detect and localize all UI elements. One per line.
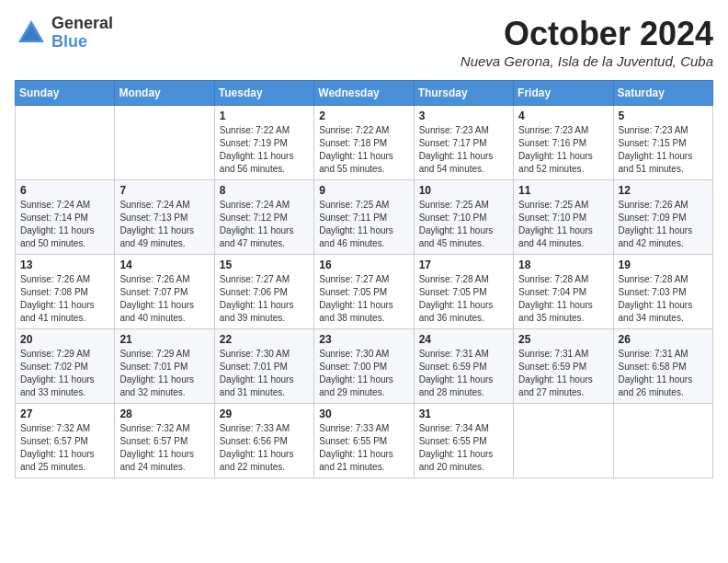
calendar-cell: 13Sunrise: 7:26 AM Sunset: 7:08 PM Dayli… [16, 255, 115, 329]
calendar-cell: 2Sunrise: 7:22 AM Sunset: 7:18 PM Daylig… [314, 106, 414, 180]
day-number: 11 [518, 184, 608, 197]
calendar-cell: 16Sunrise: 7:27 AM Sunset: 7:05 PM Dayli… [314, 255, 414, 329]
day-info: Sunrise: 7:23 AM Sunset: 7:15 PM Dayligh… [619, 124, 708, 176]
title-block: October 2024 Nueva Gerona, Isla de la Ju… [461, 15, 713, 69]
logo: General Blue [15, 15, 113, 52]
calendar-cell: 25Sunrise: 7:31 AM Sunset: 6:59 PM Dayli… [514, 329, 613, 404]
calendar-week-row: 27Sunrise: 7:32 AM Sunset: 6:57 PM Dayli… [16, 404, 713, 478]
day-info: Sunrise: 7:23 AM Sunset: 7:17 PM Dayligh… [419, 124, 508, 176]
day-info: Sunrise: 7:24 AM Sunset: 7:12 PM Dayligh… [220, 199, 309, 250]
calendar-cell: 9Sunrise: 7:25 AM Sunset: 7:11 PM Daylig… [314, 180, 414, 255]
day-info: Sunrise: 7:33 AM Sunset: 6:55 PM Dayligh… [319, 422, 408, 474]
calendar-cell: 29Sunrise: 7:33 AM Sunset: 6:56 PM Dayli… [214, 404, 313, 478]
day-info: Sunrise: 7:31 AM Sunset: 6:59 PM Dayligh… [518, 348, 608, 399]
calendar-cell: 27Sunrise: 7:32 AM Sunset: 6:57 PM Dayli… [16, 404, 115, 478]
day-number: 12 [619, 184, 708, 197]
calendar-cell: 5Sunrise: 7:23 AM Sunset: 7:15 PM Daylig… [613, 106, 712, 180]
day-number: 22 [220, 333, 309, 346]
day-number: 10 [419, 184, 508, 197]
day-info: Sunrise: 7:28 AM Sunset: 7:03 PM Dayligh… [619, 273, 708, 325]
day-number: 4 [518, 109, 608, 122]
day-number: 2 [319, 109, 408, 122]
calendar-cell: 19Sunrise: 7:28 AM Sunset: 7:03 PM Dayli… [613, 255, 712, 329]
day-number: 18 [518, 259, 608, 271]
calendar-cell: 20Sunrise: 7:29 AM Sunset: 7:02 PM Dayli… [16, 329, 115, 404]
day-number: 1 [220, 109, 309, 122]
day-number: 17 [419, 259, 508, 271]
day-info: Sunrise: 7:25 AM Sunset: 7:10 PM Dayligh… [518, 199, 608, 250]
day-number: 24 [419, 333, 508, 346]
calendar-week-row: 20Sunrise: 7:29 AM Sunset: 7:02 PM Dayli… [16, 329, 713, 404]
calendar-cell: 21Sunrise: 7:29 AM Sunset: 7:01 PM Dayli… [115, 329, 214, 404]
calendar-cell: 24Sunrise: 7:31 AM Sunset: 6:59 PM Dayli… [414, 329, 513, 404]
calendar-cell: 7Sunrise: 7:24 AM Sunset: 7:13 PM Daylig… [115, 180, 214, 255]
month-title: October 2024 [461, 15, 713, 53]
weekday-header: Tuesday [214, 81, 313, 106]
logo-blue-label: Blue [51, 33, 113, 52]
day-info: Sunrise: 7:25 AM Sunset: 7:10 PM Dayligh… [419, 199, 508, 250]
calendar-week-row: 6Sunrise: 7:24 AM Sunset: 7:14 PM Daylig… [16, 180, 713, 255]
day-info: Sunrise: 7:29 AM Sunset: 7:01 PM Dayligh… [119, 348, 209, 399]
calendar-cell: 1Sunrise: 7:22 AM Sunset: 7:19 PM Daylig… [214, 106, 313, 180]
calendar-cell: 8Sunrise: 7:24 AM Sunset: 7:12 PM Daylig… [214, 180, 313, 255]
logo-general-label: General [51, 15, 113, 33]
calendar-cell: 10Sunrise: 7:25 AM Sunset: 7:10 PM Dayli… [414, 180, 513, 255]
day-number: 23 [319, 333, 408, 346]
calendar-cell: 18Sunrise: 7:28 AM Sunset: 7:04 PM Dayli… [514, 255, 613, 329]
day-number: 20 [20, 333, 109, 346]
logo-icon [15, 17, 48, 50]
day-info: Sunrise: 7:34 AM Sunset: 6:55 PM Dayligh… [419, 422, 508, 474]
weekday-header: Thursday [414, 81, 513, 106]
day-info: Sunrise: 7:26 AM Sunset: 7:09 PM Dayligh… [619, 199, 708, 250]
day-number: 26 [619, 333, 708, 346]
day-number: 9 [319, 184, 408, 197]
day-number: 13 [20, 259, 109, 271]
calendar-cell [613, 404, 712, 478]
day-number: 16 [319, 259, 408, 271]
day-info: Sunrise: 7:32 AM Sunset: 6:57 PM Dayligh… [20, 422, 109, 474]
day-info: Sunrise: 7:22 AM Sunset: 7:19 PM Dayligh… [220, 124, 309, 176]
day-number: 21 [119, 333, 209, 346]
day-info: Sunrise: 7:26 AM Sunset: 7:08 PM Dayligh… [20, 273, 109, 325]
logo-text: General Blue [51, 15, 113, 52]
day-info: Sunrise: 7:23 AM Sunset: 7:16 PM Dayligh… [518, 124, 608, 176]
calendar-cell: 12Sunrise: 7:26 AM Sunset: 7:09 PM Dayli… [613, 180, 712, 255]
day-number: 19 [619, 259, 708, 271]
day-info: Sunrise: 7:31 AM Sunset: 6:58 PM Dayligh… [619, 348, 708, 399]
calendar-cell [514, 404, 613, 478]
day-number: 14 [119, 259, 209, 271]
weekday-header: Sunday [16, 81, 115, 106]
day-info: Sunrise: 7:26 AM Sunset: 7:07 PM Dayligh… [119, 273, 209, 325]
calendar-cell: 26Sunrise: 7:31 AM Sunset: 6:58 PM Dayli… [613, 329, 712, 404]
day-info: Sunrise: 7:24 AM Sunset: 7:14 PM Dayligh… [20, 199, 109, 250]
calendar-week-row: 13Sunrise: 7:26 AM Sunset: 7:08 PM Dayli… [16, 255, 713, 329]
day-number: 25 [518, 333, 608, 346]
calendar-cell: 23Sunrise: 7:30 AM Sunset: 7:00 PM Dayli… [314, 329, 414, 404]
day-info: Sunrise: 7:28 AM Sunset: 7:05 PM Dayligh… [419, 273, 508, 325]
calendar-cell [16, 106, 115, 180]
day-info: Sunrise: 7:24 AM Sunset: 7:13 PM Dayligh… [119, 199, 209, 250]
calendar-cell: 3Sunrise: 7:23 AM Sunset: 7:17 PM Daylig… [414, 106, 513, 180]
day-number: 6 [20, 184, 109, 197]
calendar-cell: 17Sunrise: 7:28 AM Sunset: 7:05 PM Dayli… [414, 255, 513, 329]
day-info: Sunrise: 7:28 AM Sunset: 7:04 PM Dayligh… [518, 273, 608, 325]
calendar-cell: 28Sunrise: 7:32 AM Sunset: 6:57 PM Dayli… [115, 404, 214, 478]
day-number: 28 [119, 408, 209, 420]
day-info: Sunrise: 7:22 AM Sunset: 7:18 PM Dayligh… [319, 124, 408, 176]
page-header: General Blue October 2024 Nueva Gerona, … [15, 15, 713, 69]
calendar-cell: 31Sunrise: 7:34 AM Sunset: 6:55 PM Dayli… [414, 404, 513, 478]
calendar-cell: 11Sunrise: 7:25 AM Sunset: 7:10 PM Dayli… [514, 180, 613, 255]
day-number: 15 [220, 259, 309, 271]
calendar-cell [115, 106, 214, 180]
calendar-week-row: 1Sunrise: 7:22 AM Sunset: 7:19 PM Daylig… [16, 106, 713, 180]
calendar-cell: 14Sunrise: 7:26 AM Sunset: 7:07 PM Dayli… [115, 255, 214, 329]
day-number: 30 [319, 408, 408, 420]
day-number: 29 [220, 408, 309, 420]
day-info: Sunrise: 7:29 AM Sunset: 7:02 PM Dayligh… [20, 348, 109, 399]
calendar-cell: 22Sunrise: 7:30 AM Sunset: 7:01 PM Dayli… [214, 329, 313, 404]
calendar-cell: 30Sunrise: 7:33 AM Sunset: 6:55 PM Dayli… [314, 404, 414, 478]
day-info: Sunrise: 7:31 AM Sunset: 6:59 PM Dayligh… [419, 348, 508, 399]
weekday-header: Wednesday [314, 81, 414, 106]
day-info: Sunrise: 7:30 AM Sunset: 7:01 PM Dayligh… [220, 348, 309, 399]
day-number: 8 [220, 184, 309, 197]
